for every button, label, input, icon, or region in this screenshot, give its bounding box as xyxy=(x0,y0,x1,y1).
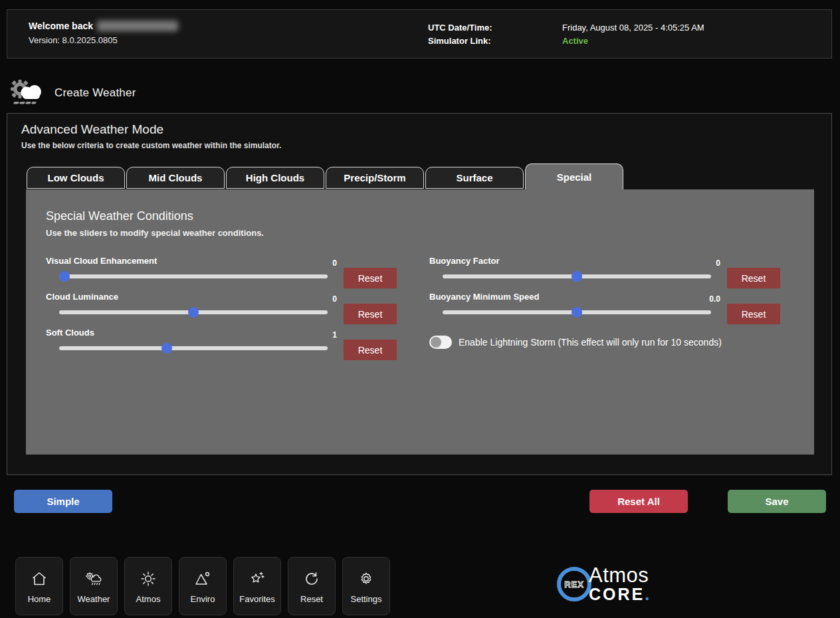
bottom-navigation: Home Weather Atmos xyxy=(15,557,397,615)
nav-reset[interactable]: Reset xyxy=(288,557,336,615)
home-icon xyxy=(31,569,48,589)
nav-enviro[interactable]: Enviro xyxy=(179,557,227,615)
nav-favorites[interactable]: Favorites xyxy=(233,557,281,615)
slider-thumb[interactable] xyxy=(59,271,70,282)
reset-all-button[interactable]: Reset All xyxy=(589,490,688,513)
slider-label: Buoyancy Factor xyxy=(429,256,499,266)
toggle-knob xyxy=(431,337,441,348)
buoyancy-factor-slider[interactable] xyxy=(443,274,711,278)
tab-special[interactable]: Special xyxy=(525,163,623,189)
slider-value: 0.0 xyxy=(700,294,720,304)
slider-label: Cloud Luminance xyxy=(46,292,118,302)
reset-button[interactable]: Reset xyxy=(727,268,780,288)
slider-value: 0 xyxy=(317,258,337,268)
refresh-icon xyxy=(303,569,320,589)
nav-label: Weather xyxy=(78,594,110,604)
buoyancy-factor-group: Buoyancy Factor 0 Reset xyxy=(429,255,780,290)
nav-atmos[interactable]: Atmos xyxy=(124,557,172,615)
advanced-mode-title: Advanced Weather Mode xyxy=(21,122,163,137)
svg-text:REX: REX xyxy=(564,579,584,589)
status-header: Welcome back Version: 8.0.2025.0805 UTC … xyxy=(7,9,832,58)
rex-atmoscore-logo: REX Atmos CORE. xyxy=(556,565,651,603)
tab-low-clouds[interactable]: Low Clouds xyxy=(27,167,125,189)
tab-high-clouds[interactable]: High Clouds xyxy=(226,167,324,189)
save-button[interactable]: Save xyxy=(728,490,826,513)
special-panel-subtitle: Use the sliders to modify special weathe… xyxy=(46,228,264,238)
special-conditions-panel: Special Weather Conditions Use the slide… xyxy=(26,189,814,455)
tab-precip-storm[interactable]: Precip/Storm xyxy=(326,167,424,189)
tab-mid-clouds[interactable]: Mid Clouds xyxy=(126,167,225,189)
visual-cloud-enhancement-group: Visual Cloud Enhancement 0 Reset xyxy=(46,255,397,290)
nav-label: Reset xyxy=(300,594,323,604)
slider-value: 0 xyxy=(700,258,720,268)
utc-label: UTC Date/Time: xyxy=(428,21,492,35)
lightning-storm-toggle[interactable] xyxy=(429,336,452,349)
weather-icon xyxy=(84,569,103,589)
mountain-icon xyxy=(194,569,211,589)
cloud-luminance-slider[interactable] xyxy=(59,310,328,314)
nav-weather[interactable]: Weather xyxy=(70,557,118,615)
reset-button[interactable]: Reset xyxy=(727,304,780,324)
nav-label: Favorites xyxy=(239,594,274,604)
slider-label: Visual Cloud Enhancement xyxy=(46,256,157,266)
slider-value: 0 xyxy=(317,294,337,304)
logo-core-text: CORE. xyxy=(589,586,651,603)
slider-thumb[interactable] xyxy=(572,307,582,318)
weather-tabs: Low Clouds Mid Clouds High Clouds Precip… xyxy=(27,167,625,189)
slider-label: Buoyancy Minimum Speed xyxy=(429,292,539,302)
version-text: Version: 8.0.2025.0805 xyxy=(29,35,178,45)
logo-atmos-text: Atmos xyxy=(589,565,651,585)
tab-surface[interactable]: Surface xyxy=(425,167,524,189)
nav-home[interactable]: Home xyxy=(15,557,63,615)
nav-label: Home xyxy=(28,594,51,604)
slider-thumb[interactable] xyxy=(188,307,199,318)
soft-clouds-group: Soft Clouds 1 Reset xyxy=(46,326,397,362)
lightning-storm-label: Enable Lightning Storm (This effect will… xyxy=(459,337,722,348)
simple-mode-button[interactable]: Simple xyxy=(14,490,112,513)
visual-cloud-enhancement-slider[interactable] xyxy=(59,274,328,278)
buoyancy-minimum-speed-slider[interactable] xyxy=(443,310,711,314)
special-panel-title: Special Weather Conditions xyxy=(46,209,193,223)
welcome-label: Welcome back xyxy=(29,21,93,31)
sun-icon xyxy=(140,569,157,589)
create-weather-icon xyxy=(8,74,45,112)
buoyancy-minimum-speed-group: Buoyancy Minimum Speed 0.0 Reset xyxy=(429,290,780,326)
page-title: Create Weather xyxy=(54,86,136,100)
nav-label: Enviro xyxy=(191,594,215,604)
utc-value: Friday, August 08, 2025 - 4:05:25 AM xyxy=(562,21,704,35)
slider-label: Soft Clouds xyxy=(46,328,94,338)
nav-label: Settings xyxy=(351,594,382,604)
star-plus-icon xyxy=(249,569,266,589)
username-redacted xyxy=(97,21,178,31)
gear-icon xyxy=(358,569,375,589)
nav-settings[interactable]: Settings xyxy=(342,557,390,615)
reset-button[interactable]: Reset xyxy=(344,268,397,288)
slider-thumb[interactable] xyxy=(161,343,172,354)
reset-button[interactable]: Reset xyxy=(344,340,397,360)
reset-button[interactable]: Reset xyxy=(344,304,397,324)
advanced-mode-subtitle: Use the below criteria to create custom … xyxy=(21,141,281,150)
slider-thumb[interactable] xyxy=(572,271,582,282)
soft-clouds-slider[interactable] xyxy=(59,346,328,350)
rex-ring-icon: REX xyxy=(556,566,593,603)
slider-value: 1 xyxy=(317,330,337,340)
advanced-weather-panel: Advanced Weather Mode Use the below crit… xyxy=(7,113,832,475)
simulator-link-label: Simulator Link: xyxy=(428,35,492,48)
nav-label: Atmos xyxy=(136,594,161,604)
cloud-luminance-group: Cloud Luminance 0 Reset xyxy=(46,290,397,326)
simulator-link-status: Active xyxy=(562,35,704,48)
